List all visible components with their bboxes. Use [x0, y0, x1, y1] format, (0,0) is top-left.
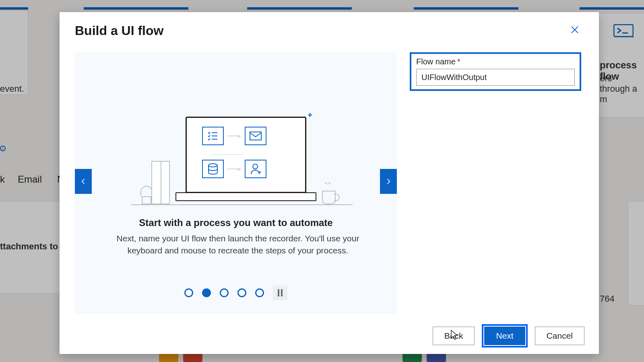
close-icon [570, 25, 580, 35]
svg-point-9 [208, 164, 217, 167]
mail-icon [245, 127, 266, 145]
next-button[interactable]: Next [484, 327, 525, 345]
carousel-pagination [75, 286, 397, 300]
pause-icon [278, 289, 279, 296]
flow-name-field-highlight: Flow name* [410, 52, 581, 91]
carousel-dot-3[interactable] [220, 288, 229, 297]
tower-icon [151, 161, 170, 204]
person-icon [245, 160, 266, 178]
cancel-button[interactable]: Cancel [535, 327, 584, 345]
svg-point-10 [253, 164, 258, 169]
checklist-icon [202, 127, 224, 145]
carousel-dot-5[interactable] [255, 288, 264, 297]
laptop-base-icon [175, 192, 316, 201]
dialog-title: Build a UI flow [75, 23, 163, 38]
carousel-body: Next, name your UI flow then launch the … [107, 232, 369, 257]
onboarding-carousel: + ༄༄ [75, 52, 397, 314]
plus-icon: + [308, 111, 312, 120]
carousel-dot-4[interactable] [237, 288, 246, 297]
laptop-screen-icon: + [186, 117, 306, 193]
mouse-cursor-icon [450, 330, 459, 340]
flow-name-label: Flow name* [416, 57, 575, 66]
carousel-pause-button[interactable] [273, 286, 287, 300]
close-button[interactable] [568, 23, 582, 37]
illustration: + ༄༄ [75, 52, 397, 205]
svg-rect-8 [250, 132, 261, 140]
chevron-right-icon [384, 177, 392, 185]
dialog-footer: Back Next Cancel [60, 318, 599, 354]
carousel-next-button[interactable] [380, 169, 397, 194]
required-asterisk: * [457, 57, 460, 66]
build-ui-flow-dialog: Build a UI flow + [60, 12, 599, 354]
carousel-dot-2[interactable] [202, 288, 211, 297]
cup-icon: ༄༄ [320, 186, 341, 204]
flow-name-input[interactable] [416, 69, 575, 86]
next-button-highlight: Next [482, 324, 527, 348]
database-icon [202, 160, 224, 178]
carousel-heading: Start with a process you want to automat… [75, 217, 397, 228]
chevron-left-icon [79, 177, 87, 185]
carousel-prev-button[interactable] [75, 169, 92, 194]
carousel-dot-1[interactable] [184, 288, 193, 297]
